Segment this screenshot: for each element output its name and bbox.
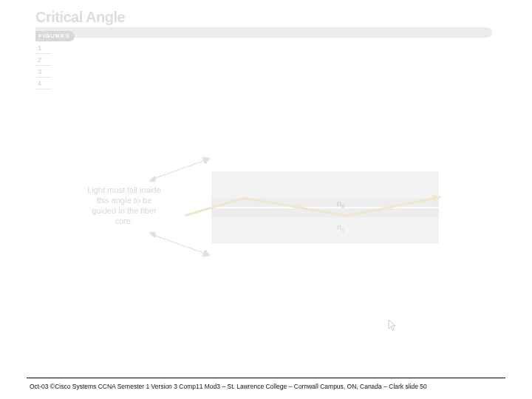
slide-body: Critical Angle FIGURES 1 2 3 4 xyxy=(35,9,492,89)
figures-header-label: FIGURES xyxy=(35,31,75,41)
figure-tab-1[interactable]: 1 xyxy=(35,42,52,54)
figures-header-bar: FIGURES xyxy=(35,27,492,38)
figure-tab-4[interactable]: 4 xyxy=(35,78,52,89)
svg-line-3 xyxy=(151,234,207,254)
mouse-cursor-icon xyxy=(388,319,397,332)
footer-divider xyxy=(27,378,505,378)
svg-marker-1 xyxy=(149,176,155,182)
light-ray-icon xyxy=(185,185,443,229)
page-title: Critical Angle xyxy=(35,9,492,26)
svg-marker-6 xyxy=(432,195,442,202)
svg-marker-2 xyxy=(202,157,210,164)
svg-marker-4 xyxy=(149,232,155,238)
angle-arrow-lower-icon xyxy=(148,231,214,260)
svg-line-0 xyxy=(151,160,207,180)
figure-tab-3[interactable]: 3 xyxy=(35,66,52,78)
svg-marker-5 xyxy=(202,250,210,256)
figure-tab-2[interactable]: 2 xyxy=(35,54,52,66)
angle-arrow-upper-icon xyxy=(148,154,214,183)
footer-text: Oct-03 ©Cisco Systems CCNA Semester 1 Ve… xyxy=(30,383,502,390)
figure-tab-list: 1 2 3 4 xyxy=(35,42,52,89)
critical-angle-diagram: Light must fall inside this angle to be … xyxy=(74,163,451,281)
diagram-caption: Light must fall inside this angle to be … xyxy=(87,185,161,226)
